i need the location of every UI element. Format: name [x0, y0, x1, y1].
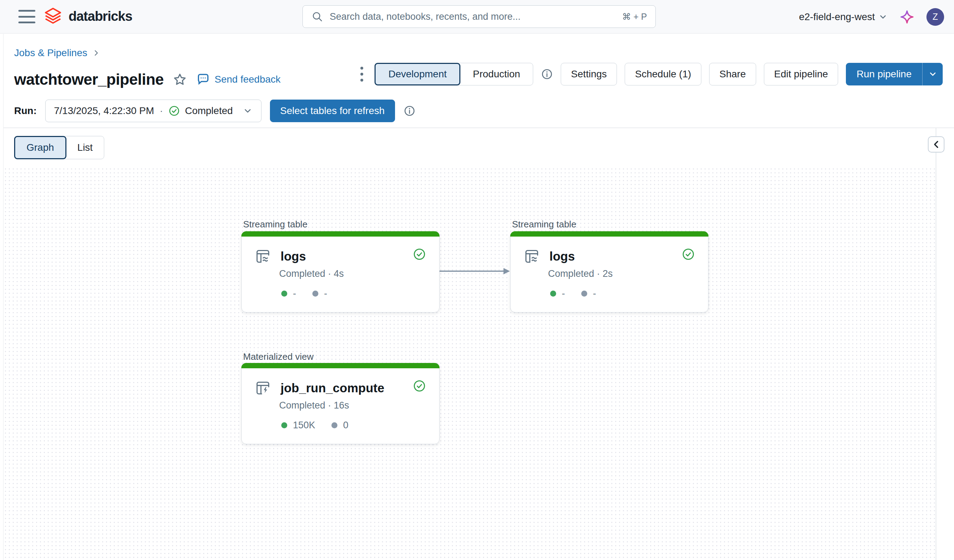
- search-input[interactable]: [330, 11, 616, 22]
- workspace-selector[interactable]: e2-field-eng-west: [799, 11, 888, 23]
- chevron-down-icon: [878, 12, 888, 22]
- run-label: Run:: [14, 105, 37, 117]
- run-separator: ·: [159, 105, 164, 117]
- search-shortcut: ⌘ + P: [622, 12, 647, 22]
- send-feedback-label: Send feedback: [215, 74, 281, 85]
- chevron-right-icon: [92, 49, 100, 57]
- view-option-graph[interactable]: Graph: [14, 136, 66, 159]
- databricks-logo-icon: [43, 6, 63, 26]
- rows-written-value: -: [562, 288, 565, 299]
- materialized-view-icon: [255, 380, 271, 396]
- schedule-button[interactable]: Schedule (1): [625, 63, 701, 86]
- run-timestamp: 7/13/2025, 4:22:30 PM: [54, 105, 154, 117]
- rows-written-dot: [550, 291, 556, 297]
- node-metrics: 150K 0: [281, 420, 348, 431]
- breadcrumb: Jobs & Pipelines: [14, 47, 100, 59]
- chevron-down-icon: [243, 106, 253, 116]
- node-card-logs-2[interactable]: logs Completed · 2s - -: [510, 231, 708, 313]
- run-pipeline-split-button: Run pipeline: [846, 63, 943, 86]
- chevron-left-icon: [931, 140, 941, 149]
- node-success-icon: [413, 248, 426, 261]
- favorite-star-icon[interactable]: [173, 72, 187, 87]
- rows-dropped-value: -: [324, 288, 327, 299]
- rows-dropped-dot: [331, 422, 337, 428]
- rows-written-value: 150K: [293, 420, 315, 431]
- node-card-job-run-compute[interactable]: job_run_compute Completed · 16s 150K 0: [241, 363, 440, 444]
- rows-dropped-dot: [581, 291, 587, 297]
- status-check-icon: [168, 105, 180, 117]
- rows-dropped-dot: [312, 291, 318, 297]
- share-button[interactable]: Share: [709, 63, 756, 86]
- right-panel-divider: [935, 128, 936, 560]
- page-title: watchtower_pipeline: [14, 71, 164, 88]
- node-success-icon: [413, 380, 426, 392]
- top-app-bar: databricks ⌘ + P e2-field-eng-west Z: [0, 0, 954, 34]
- section-divider: [3, 128, 954, 128]
- run-pipeline-dropdown-toggle[interactable]: [922, 63, 943, 86]
- streaming-table-icon: [524, 249, 539, 264]
- node-status-bar: [241, 231, 440, 236]
- hamburger-menu-icon[interactable]: [19, 10, 35, 23]
- env-option-development[interactable]: Development: [374, 63, 460, 86]
- workspace-name: e2-field-eng-west: [799, 11, 875, 23]
- node-status-line: Completed · 16s: [279, 400, 349, 411]
- rows-written-value: -: [293, 288, 296, 299]
- rows-written-dot: [281, 422, 287, 428]
- feedback-bubble-icon: [196, 72, 210, 87]
- node-name: job_run_compute: [281, 381, 384, 395]
- run-bar: Run: 7/13/2025, 4:22:30 PM · Completed S…: [14, 100, 416, 122]
- node-metrics: - -: [550, 288, 596, 299]
- overflow-menu-icon[interactable]: [357, 64, 367, 84]
- avatar[interactable]: Z: [926, 8, 944, 26]
- node-name: logs: [549, 249, 575, 263]
- edge-logs-to-logs: [439, 267, 511, 276]
- node-type-label: Streaming table: [512, 219, 576, 230]
- streaming-table-icon: [255, 249, 271, 264]
- view-option-list[interactable]: List: [66, 136, 104, 159]
- env-option-production[interactable]: Production: [460, 63, 533, 85]
- pipeline-graph-canvas[interactable]: [3, 167, 935, 560]
- run-status: Completed: [185, 105, 232, 117]
- rows-dropped-value: 0: [343, 420, 348, 431]
- search-icon: [311, 11, 323, 23]
- node-type-label: Streaming table: [243, 219, 307, 230]
- node-card-logs-1[interactable]: logs Completed · 4s - -: [241, 231, 440, 313]
- node-metrics: - -: [281, 288, 327, 299]
- edit-pipeline-button[interactable]: Edit pipeline: [764, 63, 839, 86]
- node-status-line: Completed · 2s: [548, 268, 613, 279]
- run-pipeline-button[interactable]: Run pipeline: [846, 63, 922, 86]
- databricks-logo[interactable]: databricks: [43, 6, 132, 26]
- pipeline-actions: Development Production Settings Schedule…: [357, 63, 943, 86]
- view-toggle: Graph List: [14, 136, 104, 159]
- global-search[interactable]: ⌘ + P: [302, 5, 656, 28]
- env-info-icon[interactable]: [541, 68, 553, 80]
- collapse-panel-button[interactable]: [928, 136, 945, 152]
- run-selector-dropdown[interactable]: 7/13/2025, 4:22:30 PM · Completed: [45, 100, 262, 122]
- node-status-bar: [241, 363, 440, 368]
- breadcrumb-jobs-pipelines-link[interactable]: Jobs & Pipelines: [14, 47, 87, 59]
- databricks-wordmark: databricks: [69, 9, 132, 24]
- settings-button[interactable]: Settings: [561, 63, 617, 86]
- node-status-line: Completed · 4s: [279, 268, 344, 279]
- select-tables-for-refresh-button[interactable]: Select tables for refresh: [270, 100, 395, 122]
- node-name: logs: [281, 249, 306, 263]
- node-success-icon: [682, 248, 695, 261]
- assistant-sparkle-icon[interactable]: [899, 9, 914, 24]
- databricks-pipeline-page: databricks ⌘ + P e2-field-eng-west Z Job…: [0, 0, 954, 560]
- chevron-down-icon: [928, 70, 937, 79]
- rows-written-dot: [281, 291, 287, 297]
- node-status-bar: [510, 231, 708, 236]
- rows-dropped-value: -: [593, 288, 596, 299]
- environment-toggle: Development Production: [374, 63, 533, 86]
- send-feedback-link[interactable]: Send feedback: [196, 72, 281, 87]
- run-info-icon[interactable]: [404, 105, 416, 117]
- node-type-label: Materialized view: [243, 351, 313, 362]
